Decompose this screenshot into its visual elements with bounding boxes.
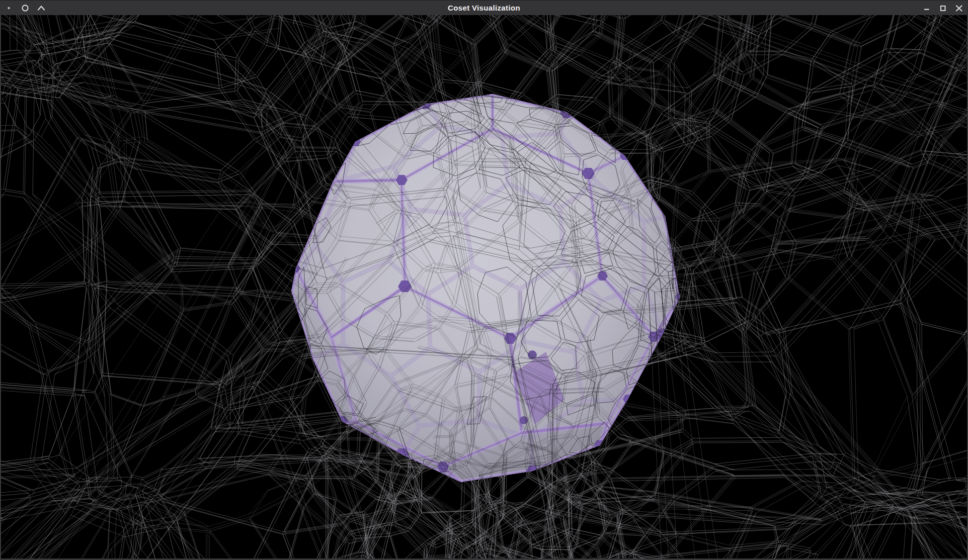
svg-text:Coset Visualization: Coset Visualization [448, 4, 520, 12]
